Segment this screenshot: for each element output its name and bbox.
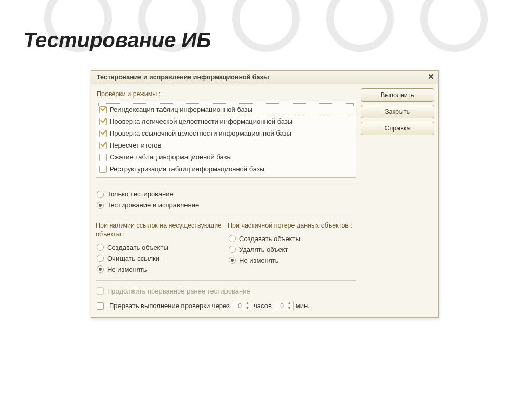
check-label: Пересчет итогов bbox=[110, 141, 161, 149]
radio-label: Тестирование и исправление bbox=[107, 201, 199, 209]
missing-refs-label: При наличии ссылок на несуществующие объ… bbox=[96, 221, 224, 239]
minutes-unit: мин. bbox=[296, 302, 310, 310]
checks-group-label: Проверки и режимы : bbox=[97, 90, 356, 98]
radio-icon[interactable] bbox=[97, 265, 104, 273]
check-referential-integrity[interactable]: Проверка ссылочной целостности информаци… bbox=[98, 127, 354, 139]
dialog-titlebar: Тестирование и исправление информационно… bbox=[91, 71, 438, 84]
radio-partial-keep[interactable]: Не изменять bbox=[228, 255, 356, 266]
radio-label: Только тестирование bbox=[107, 190, 174, 198]
radio-missing-create[interactable]: Создавать объекты bbox=[96, 242, 224, 253]
interrupt-row: Прервать выполнение проверки через 0 ▲▼ … bbox=[96, 299, 356, 313]
check-restructure-tables[interactable]: Реструктуризация таблиц информационной б… bbox=[98, 163, 354, 175]
radio-icon[interactable] bbox=[229, 235, 236, 242]
radio-label: Не изменять bbox=[239, 257, 279, 264]
check-compress-tables[interactable]: Сжатие таблиц информационной базы bbox=[98, 151, 354, 163]
radio-partial-delete[interactable]: Удалять объект bbox=[228, 244, 356, 255]
radio-label: Удалять объект bbox=[239, 246, 288, 254]
chevron-down-icon[interactable]: ▼ bbox=[286, 306, 293, 311]
check-recalculate-totals[interactable]: Пересчет итогов bbox=[98, 139, 354, 151]
help-button[interactable]: Справка bbox=[361, 122, 434, 135]
checkbox-icon[interactable] bbox=[99, 118, 107, 125]
radio-test-and-fix[interactable]: Тестирование и исправление bbox=[96, 200, 356, 210]
radio-label: Очищать ссылки bbox=[107, 255, 159, 262]
checkbox-interrupt[interactable] bbox=[97, 302, 104, 310]
execute-button[interactable]: Выполнить bbox=[361, 88, 434, 102]
radio-label: Создавать объекты bbox=[107, 244, 168, 251]
hours-stepper[interactable]: 0 ▲▼ bbox=[232, 301, 251, 311]
check-label: Проверка логической целостности информац… bbox=[110, 117, 292, 125]
radio-missing-clear[interactable]: Очищать ссылки bbox=[96, 253, 224, 264]
checks-listbox: Реиндексация таблиц информационной базы … bbox=[96, 101, 356, 178]
check-label: Проверка ссылочной целостности информаци… bbox=[110, 129, 291, 137]
radio-icon[interactable] bbox=[97, 202, 104, 209]
checkbox-icon[interactable] bbox=[99, 130, 107, 137]
partial-loss-label: При частичной потере данных объектов : bbox=[228, 221, 356, 230]
divider bbox=[96, 216, 356, 216]
dialog-title: Тестирование и исправление информационно… bbox=[97, 74, 426, 81]
checkbox-icon[interactable] bbox=[99, 154, 107, 161]
checkbox-icon[interactable] bbox=[99, 106, 107, 113]
interrupt-label: Прервать выполнение проверки через bbox=[109, 302, 230, 310]
check-logical-integrity[interactable]: Проверка логической целостности информац… bbox=[98, 115, 354, 127]
hours-value: 0 bbox=[232, 302, 244, 310]
minutes-value: 0 bbox=[274, 302, 286, 310]
check-label: Реструктуризация таблиц информационной б… bbox=[110, 165, 264, 173]
radio-icon[interactable] bbox=[97, 244, 104, 251]
chevron-down-icon[interactable]: ▼ bbox=[244, 306, 251, 311]
dialog-testing-ib: Тестирование и исправление информационно… bbox=[91, 70, 439, 318]
radio-icon[interactable] bbox=[229, 257, 236, 264]
check-label: Продолжить прерванное ранее тестирование bbox=[107, 287, 250, 295]
page-title: Тестирование ИБ bbox=[23, 29, 211, 52]
radio-partial-create[interactable]: Создавать объекты bbox=[228, 233, 356, 244]
radio-icon[interactable] bbox=[97, 255, 104, 262]
divider bbox=[96, 183, 356, 183]
hours-unit: часов bbox=[254, 302, 272, 310]
check-resume-interrupted: Продолжить прерванное ранее тестирование bbox=[96, 286, 356, 297]
close-button[interactable]: Закрыть bbox=[361, 105, 434, 118]
minutes-stepper[interactable]: 0 ▲▼ bbox=[274, 301, 294, 311]
check-label: Реиндексация таблиц информационной базы bbox=[110, 105, 252, 113]
close-icon[interactable]: ✕ bbox=[426, 73, 435, 82]
checkbox-icon[interactable] bbox=[99, 166, 107, 173]
radio-label: Создавать объекты bbox=[239, 235, 300, 243]
check-label: Сжатие таблиц информационной базы bbox=[110, 153, 232, 161]
radio-icon[interactable] bbox=[97, 191, 104, 198]
check-reindex[interactable]: Реиндексация таблиц информационной базы bbox=[98, 103, 354, 115]
checkbox-icon[interactable] bbox=[99, 142, 107, 149]
radio-label: Не изменять bbox=[107, 265, 147, 273]
divider bbox=[96, 280, 356, 281]
checkbox-icon bbox=[97, 287, 104, 295]
radio-test-only[interactable]: Только тестирование bbox=[96, 189, 356, 200]
radio-missing-keep[interactable]: Не изменять bbox=[96, 264, 224, 275]
radio-icon[interactable] bbox=[229, 246, 236, 253]
